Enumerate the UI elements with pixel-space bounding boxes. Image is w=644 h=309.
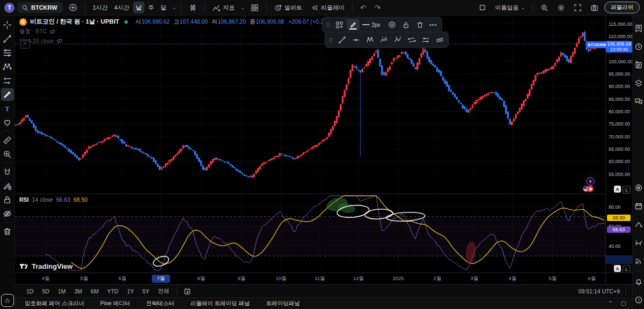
interval-button-주[interactable]: 주 xyxy=(145,2,157,13)
layout-grid-button[interactable] xyxy=(248,2,261,13)
compare-add-button[interactable] xyxy=(66,2,80,13)
crosshair-tool-button[interactable] xyxy=(1,18,14,31)
toolbar-drag-handle[interactable] xyxy=(327,38,334,42)
fib-retracement-tool-button[interactable] xyxy=(1,46,14,59)
range-button-YTD[interactable]: YTD xyxy=(104,287,122,296)
volume-legend-row[interactable]: 볼륨 · BTC xyxy=(19,28,333,35)
watchlist-button[interactable] xyxy=(633,23,644,34)
layout-name-button[interactable]: 이름없음 ⌄ xyxy=(492,2,528,13)
go-to-date-button[interactable] xyxy=(182,285,193,297)
rsi-legend[interactable]: RSI 14 close 56.63 68.50 xyxy=(19,196,87,203)
economic-event-flags[interactable] xyxy=(583,186,594,192)
abcd-pattern-button[interactable]: AC xyxy=(391,34,404,46)
notes-button[interactable] xyxy=(633,60,644,70)
ideas-button[interactable] xyxy=(633,182,644,193)
remove-drawings-button[interactable] xyxy=(1,225,14,238)
add-template-button[interactable] xyxy=(333,19,346,31)
layout-save-button[interactable] xyxy=(476,2,489,13)
chart-style-button[interactable] xyxy=(186,2,200,13)
indicators-button[interactable]: 지표 xyxy=(210,2,237,13)
screenshot-button[interactable] xyxy=(588,2,601,13)
range-button-6M[interactable]: 6M xyxy=(87,287,103,296)
eye-off-icon[interactable] xyxy=(56,38,63,44)
pine-scripts-button[interactable] xyxy=(633,219,644,230)
toolbar-drag-handle[interactable] xyxy=(325,23,332,27)
measure-tool-button[interactable] xyxy=(1,134,14,146)
interval-button-달[interactable]: 달 xyxy=(158,2,169,13)
text-tool-button[interactable]: T xyxy=(1,102,14,115)
legend-collapse-button[interactable]: ⌃ xyxy=(20,41,30,49)
interval-button-날[interactable]: 날 xyxy=(133,2,144,13)
publish-button[interactable]: 퍼블리쉬 xyxy=(604,2,640,13)
calendar-button[interactable] xyxy=(633,201,644,211)
trend-line-button[interactable] xyxy=(335,34,348,46)
horizontal-line-button[interactable] xyxy=(349,34,362,46)
pattern-xabcd-tool-button[interactable] xyxy=(1,60,14,73)
disjoint-channel-button[interactable] xyxy=(405,34,418,46)
range-button-1D[interactable]: 1D xyxy=(23,287,37,296)
price-axis[interactable]: 106,905.68 23:08:46 A L A L 115,000.0011… xyxy=(605,15,633,273)
tab-item[interactable]: 트레이딩패널 xyxy=(266,300,300,307)
hide-drawings-button[interactable] xyxy=(1,207,14,220)
alerts-panel-button[interactable] xyxy=(633,41,644,52)
replay-button[interactable]: 리플레이 xyxy=(308,2,347,13)
brush-tool-button[interactable] xyxy=(1,88,14,101)
interval-button-1시간[interactable]: 1시간 xyxy=(90,2,111,13)
tab-item[interactable]: Pine 에디터 xyxy=(100,300,130,307)
brush-color-button[interactable] xyxy=(347,19,360,31)
candlestick-chart[interactable] xyxy=(15,15,605,273)
xabcd-pattern-button[interactable] xyxy=(363,34,376,46)
user-avatar[interactable]: T xyxy=(4,3,14,13)
object-tree-button[interactable] xyxy=(633,78,644,89)
parallel-channel-button[interactable] xyxy=(433,34,446,46)
chat-button[interactable] xyxy=(633,96,644,107)
help-button[interactable]: ? xyxy=(633,295,644,305)
levels-button[interactable] xyxy=(633,237,644,248)
interval-button-4시간[interactable]: 4시간 xyxy=(112,2,132,13)
emoji-tool-button[interactable] xyxy=(1,116,14,129)
favorites-star-button[interactable]: ☆ xyxy=(1,294,14,307)
notifications-button[interactable] xyxy=(633,276,644,287)
tab-item[interactable]: 암호화폐 페어 스크리너 xyxy=(25,300,84,307)
lock-drawing-button[interactable] xyxy=(399,19,412,31)
more-options-button[interactable]: ••• xyxy=(427,21,440,28)
elliott-wave-button[interactable]: 15 xyxy=(377,34,390,46)
zoom-in-tool-button[interactable] xyxy=(1,148,14,160)
log-scale-button[interactable]: L xyxy=(623,186,631,194)
range-button-5D[interactable]: 5D xyxy=(38,287,53,296)
trend-line-tool-button[interactable] xyxy=(1,32,14,45)
auto-scale-button[interactable]: A xyxy=(614,265,621,272)
range-button-3M[interactable]: 3M xyxy=(70,287,86,296)
streams-button[interactable] xyxy=(633,255,644,266)
restore-panel-icon[interactable] xyxy=(620,300,627,307)
range-button-1M[interactable]: 1M xyxy=(54,287,70,296)
time-axis[interactable]: 4월5월6월7월8월9월10월11월12월20252월3월4월5월6월 xyxy=(15,273,605,285)
lock-drawings-button[interactable] xyxy=(1,193,14,206)
alert-button[interactable]: 얼러트 xyxy=(272,2,305,13)
line-width-button[interactable]: 2px xyxy=(361,19,384,31)
range-button-전체[interactable]: 전체 xyxy=(154,286,173,296)
range-button-1Y[interactable]: 1Y xyxy=(123,287,138,296)
delete-drawing-button[interactable] xyxy=(413,19,426,31)
log-scale-button[interactable]: L xyxy=(623,265,631,273)
auto-scale-button[interactable]: A xyxy=(614,186,621,193)
indicators-chevron-icon[interactable]: ⌄ xyxy=(240,5,245,10)
quick-search-button[interactable] xyxy=(538,2,551,13)
prediction-tool-button[interactable] xyxy=(1,74,14,87)
style-settings-button[interactable] xyxy=(385,19,398,31)
fullscreen-button[interactable] xyxy=(571,2,584,13)
settings-button[interactable] xyxy=(554,2,568,13)
flat-channel-button[interactable] xyxy=(419,34,432,46)
expand-panel-button[interactable]: ⌃ xyxy=(608,300,613,307)
magnet-mode-button[interactable] xyxy=(1,165,14,178)
tab-item[interactable]: 리플레이 트레이딩 패널 xyxy=(191,300,250,307)
interval-chevron-icon[interactable]: ⌄ xyxy=(172,5,177,10)
redo-button[interactable]: ↷ xyxy=(372,2,383,13)
drawing-mode-button[interactable] xyxy=(1,179,14,192)
symbol-title[interactable]: 비트코인 / 한국 원 · 1날 · UPBIT xyxy=(30,18,119,26)
undo-button[interactable]: ↶ xyxy=(357,2,369,13)
session-clock[interactable]: 09:51:14 UTC+9 xyxy=(579,288,620,295)
tab-item[interactable]: 전략테스터 xyxy=(146,300,174,307)
range-button-5Y[interactable]: 5Y xyxy=(139,287,153,296)
spark-badge-icon[interactable] xyxy=(586,177,595,186)
